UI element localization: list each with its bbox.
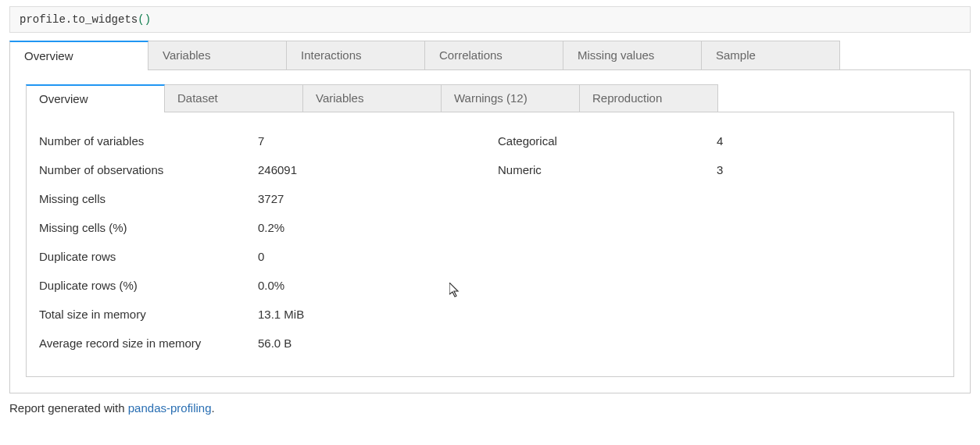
stat-value: 3727	[258, 192, 284, 205]
stat-row: Total size in memory 13.1 MiB	[39, 300, 482, 329]
outer-tabs: Overview Variables Interactions Correlat…	[9, 41, 971, 70]
tab-sample[interactable]: Sample	[701, 41, 840, 69]
stat-label: Duplicate rows	[39, 250, 258, 263]
stat-value: 246091	[258, 163, 297, 176]
tab-correlations[interactable]: Correlations	[424, 41, 563, 69]
stat-row: Number of observations 246091	[39, 155, 482, 184]
stat-label: Duplicate rows (%)	[39, 279, 258, 292]
tab-overview[interactable]: Overview	[9, 41, 148, 69]
stat-label: Categorical	[498, 134, 717, 148]
stat-label: Missing cells (%)	[39, 221, 258, 234]
inner-tabs: Overview Dataset Variables Warnings (12)…	[26, 84, 954, 112]
stat-value: 3	[717, 163, 723, 176]
inner-panel: Number of variables 7 Number of observat…	[26, 112, 954, 377]
tab-variables[interactable]: Variables	[148, 41, 287, 69]
stat-value: 56.0 B	[258, 336, 291, 350]
stat-label: Total size in memory	[39, 308, 258, 321]
pandas-profiling-link[interactable]: pandas-profiling	[128, 401, 212, 415]
stat-label: Average record size in memory	[39, 336, 258, 350]
stat-label: Number of variables	[39, 134, 258, 148]
stat-label: Number of observations	[39, 163, 258, 176]
stat-value: 0.0%	[258, 279, 284, 292]
tab-missing-values[interactable]: Missing values	[563, 41, 702, 69]
footer-text: Report generated with pandas-profiling.	[9, 401, 971, 415]
stat-value: 0.2%	[258, 221, 284, 234]
stat-row: Missing cells 3727	[39, 184, 482, 213]
code-cell: profile.to_widgets()	[9, 6, 971, 33]
stat-row: Numeric 3	[498, 155, 941, 184]
stat-row: Missing cells (%) 0.2%	[39, 213, 482, 242]
stat-value: 4	[717, 134, 723, 148]
footer-suffix: .	[212, 401, 215, 415]
footer-prefix: Report generated with	[9, 401, 128, 415]
stat-label: Missing cells	[39, 192, 258, 205]
stat-row: Duplicate rows (%) 0.0%	[39, 271, 482, 300]
stat-value: 7	[258, 134, 264, 148]
stats-right-column: Categorical 4 Numeric 3	[498, 126, 941, 358]
code-parens: ()	[138, 13, 151, 26]
stat-value: 13.1 MiB	[258, 308, 304, 321]
inner-tab-dataset[interactable]: Dataset	[164, 84, 303, 112]
inner-tab-reproduction[interactable]: Reproduction	[579, 84, 718, 112]
outer-panel: Overview Dataset Variables Warnings (12)…	[9, 70, 971, 393]
stat-value: 0	[258, 250, 264, 263]
tab-interactions[interactable]: Interactions	[286, 41, 425, 69]
code-text: profile.to_widgets	[20, 13, 138, 26]
stats-left-column: Number of variables 7 Number of observat…	[39, 126, 482, 358]
inner-tab-overview[interactable]: Overview	[26, 84, 165, 112]
stat-label: Numeric	[498, 163, 717, 176]
stat-row: Average record size in memory 56.0 B	[39, 329, 482, 358]
stat-row: Categorical 4	[498, 126, 941, 155]
stat-row: Number of variables 7	[39, 126, 482, 155]
inner-tab-warnings[interactable]: Warnings (12)	[441, 84, 580, 112]
stat-row: Duplicate rows 0	[39, 242, 482, 271]
inner-tab-variables[interactable]: Variables	[302, 84, 442, 112]
